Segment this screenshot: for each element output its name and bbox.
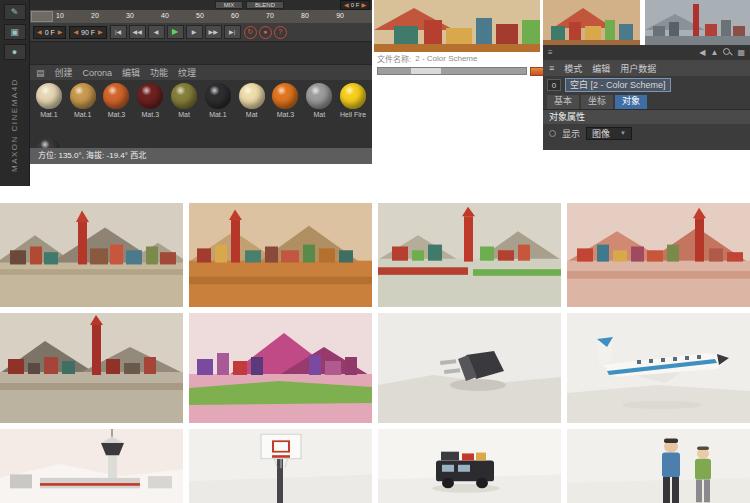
thumbnail-illustration bbox=[0, 203, 183, 307]
spinner-left-icon[interactable]: ◀ bbox=[73, 29, 78, 35]
render-thumbnail[interactable] bbox=[0, 313, 183, 423]
render-thumbnail[interactable] bbox=[0, 429, 183, 503]
start-frame-spinner[interactable]: ◀ 0 F ▶ bbox=[33, 26, 66, 39]
material-ball[interactable] bbox=[36, 83, 62, 109]
next-frame-button[interactable]: ▶ bbox=[186, 25, 203, 39]
render-thumbnail[interactable] bbox=[567, 313, 750, 423]
frame-spinner[interactable]: ◀ 0 F ▶ bbox=[340, 0, 370, 10]
loop-record-icon[interactable]: ↻ bbox=[244, 26, 257, 39]
render-thumbnail[interactable] bbox=[0, 203, 183, 307]
cursor-icon[interactable]: ▲ bbox=[711, 48, 719, 57]
thumbnail-illustration bbox=[567, 203, 750, 307]
pen-tool-icon[interactable]: ✎ bbox=[4, 4, 26, 20]
object-name[interactable]: 空白 [2 - Color Scheme] bbox=[565, 78, 671, 92]
enable-dot-icon[interactable] bbox=[549, 130, 556, 137]
menu-icon[interactable]: ≡ bbox=[548, 48, 553, 57]
ruler-tick: 30 bbox=[126, 12, 134, 23]
menu-icon[interactable]: ≡ bbox=[549, 63, 554, 73]
attribute-toolbar: ≡ ◀ ▲ ▦ bbox=[543, 45, 750, 60]
material-ball[interactable] bbox=[171, 83, 197, 109]
horizontal-scrollbar[interactable] bbox=[377, 67, 527, 75]
material-swatch[interactable]: Mat.1 bbox=[32, 82, 66, 136]
material-ball[interactable] bbox=[306, 83, 332, 109]
material-swatch-row-partial bbox=[30, 136, 372, 148]
section-header[interactable]: 对象属性 bbox=[543, 109, 750, 124]
next-key-button[interactable]: ▶▶ bbox=[205, 25, 222, 39]
render-thumbnail[interactable] bbox=[378, 203, 561, 307]
blend-button[interactable]: BLEND bbox=[246, 1, 284, 9]
material-ball[interactable] bbox=[36, 138, 60, 148]
spinner-right-icon[interactable]: ▶ bbox=[58, 29, 63, 35]
tab-basic[interactable]: 基本 bbox=[547, 95, 579, 109]
menu-texture[interactable]: 纹理 bbox=[178, 66, 196, 79]
record-buttons: ↻ ● ? bbox=[244, 26, 287, 39]
material-ball[interactable] bbox=[103, 83, 129, 109]
spinner-right-icon[interactable]: ▶ bbox=[361, 2, 366, 8]
grid-tool-icon[interactable]: ▣ bbox=[4, 24, 26, 40]
tab-object[interactable]: 对象 bbox=[615, 95, 647, 109]
ruler-tick: 60 bbox=[231, 12, 239, 23]
material-ball[interactable] bbox=[137, 83, 163, 109]
material-swatch[interactable]: Mat bbox=[235, 82, 269, 136]
material-swatch[interactable]: Mat.3 bbox=[100, 82, 134, 136]
menu-user-data[interactable]: 用户数据 bbox=[620, 62, 656, 75]
menu-mode[interactable]: 模式 bbox=[564, 62, 582, 75]
panel-icon[interactable]: ▦ bbox=[737, 48, 745, 57]
prev-frame-button[interactable]: ◀ bbox=[148, 25, 165, 39]
key-record-icon[interactable]: ● bbox=[259, 26, 272, 39]
menu-create[interactable]: 创建 bbox=[55, 66, 73, 79]
spinner-left-icon[interactable]: ◀ bbox=[37, 29, 42, 35]
render-thumbnail[interactable] bbox=[189, 313, 372, 423]
tab-coordinates[interactable]: 坐标 bbox=[581, 95, 613, 109]
spinner-left-icon[interactable]: ◀ bbox=[344, 2, 349, 8]
render-thumbnail[interactable] bbox=[189, 429, 372, 503]
material-tool-icon[interactable]: ● bbox=[4, 44, 26, 60]
scene-preview bbox=[374, 0, 540, 52]
render-preview-right-illustration bbox=[645, 0, 750, 45]
material-ball[interactable] bbox=[340, 83, 366, 109]
end-frame-spinner[interactable]: ◀ 90 F ▶ bbox=[69, 26, 106, 39]
ruler-tick: 70 bbox=[266, 12, 274, 23]
back-icon[interactable]: ◀ bbox=[699, 48, 705, 57]
search-icon[interactable] bbox=[723, 48, 732, 57]
prev-key-button[interactable]: ◀◀ bbox=[129, 25, 146, 39]
material-ball[interactable] bbox=[239, 83, 265, 109]
ruler-tick: 20 bbox=[91, 12, 99, 23]
material-swatch[interactable]: Mat.3 bbox=[269, 82, 303, 136]
menu-corona[interactable]: Corona bbox=[83, 68, 113, 78]
scrollbar-handle[interactable] bbox=[411, 68, 441, 74]
material-label: Mat.1 bbox=[32, 111, 66, 118]
material-swatch[interactable]: Hell Fire bbox=[336, 82, 370, 136]
material-swatch[interactable]: Mat bbox=[167, 82, 201, 136]
timeline-playhead[interactable] bbox=[31, 11, 53, 22]
goto-end-button[interactable]: ▶| bbox=[224, 25, 241, 39]
orange-action-button[interactable] bbox=[530, 67, 544, 76]
render-thumbnail[interactable] bbox=[378, 429, 561, 503]
render-thumbnail[interactable] bbox=[378, 313, 561, 423]
material-swatch[interactable]: Mat.1 bbox=[66, 82, 100, 136]
mix-button[interactable]: MIX bbox=[215, 1, 243, 9]
spinner-right-icon[interactable]: ▶ bbox=[98, 29, 103, 35]
menu-function[interactable]: 功能 bbox=[150, 66, 168, 79]
render-thumbnail[interactable] bbox=[567, 203, 750, 307]
menu-edit[interactable]: 编辑 bbox=[122, 66, 140, 79]
help-icon[interactable]: ? bbox=[274, 26, 287, 39]
timeline-track-area bbox=[30, 41, 372, 64]
timeline-ruler[interactable]: 10 20 30 40 50 60 70 80 90 bbox=[30, 10, 372, 23]
material-label: Mat.3 bbox=[100, 111, 134, 118]
menu-edit[interactable]: 编辑 bbox=[592, 62, 610, 75]
render-thumbnail[interactable] bbox=[567, 429, 750, 503]
material-swatch[interactable]: Mat bbox=[302, 82, 336, 136]
scene-preview-illustration bbox=[374, 0, 540, 52]
timeline-header: MIX BLEND ◀ 0 F ▶ bbox=[30, 0, 372, 10]
material-swatch[interactable]: Mat.1 bbox=[201, 82, 235, 136]
render-thumbnail[interactable] bbox=[189, 203, 372, 307]
material-swatch[interactable]: Mat.3 bbox=[133, 82, 167, 136]
material-ball[interactable] bbox=[70, 83, 96, 109]
goto-start-button[interactable]: |◀ bbox=[110, 25, 127, 39]
material-ball[interactable] bbox=[272, 83, 298, 109]
thumbnail-illustration bbox=[378, 313, 561, 423]
display-dropdown[interactable]: 图像 ▼ bbox=[586, 127, 632, 140]
material-ball[interactable] bbox=[205, 83, 231, 109]
play-button[interactable]: ▶ bbox=[167, 25, 184, 39]
